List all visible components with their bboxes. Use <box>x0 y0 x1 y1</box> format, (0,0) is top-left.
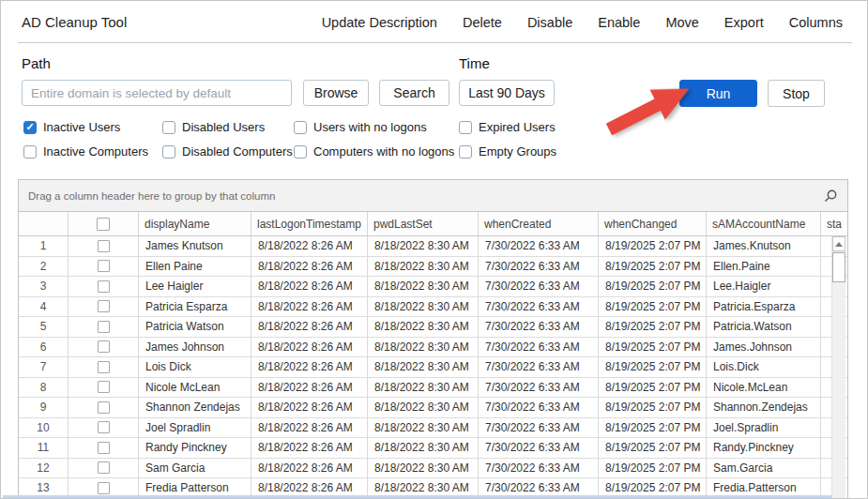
cell-samaccountname: Lois.Dick <box>707 357 821 378</box>
menu-item-disable[interactable]: Disable <box>527 15 572 30</box>
row-checkbox[interactable] <box>98 421 110 433</box>
time-range-select[interactable]: Last 90 Days <box>459 80 555 106</box>
filter-label: Disabled Computers <box>182 144 293 159</box>
browse-button-label: Browse <box>314 85 358 100</box>
table-row[interactable]: 6James Johnson8/18/2022 8:26 AM8/18/2022… <box>19 338 847 358</box>
filter-checkbox-disabled-computers[interactable]: Disabled Computers <box>162 144 294 159</box>
select-all-checkbox[interactable] <box>97 218 110 231</box>
grid-search-button[interactable] <box>819 185 842 207</box>
row-checkbox[interactable] <box>98 361 110 373</box>
menu-item-columns[interactable]: Columns <box>789 15 843 30</box>
row-checkbox[interactable] <box>98 381 110 393</box>
menu-item-update-description[interactable]: Update Description <box>322 15 437 30</box>
cell-whencreated: 7/30/2022 6:33 AM <box>479 317 599 338</box>
cell-whenchanged: 8/19/2025 2:07 PM <box>599 236 707 257</box>
row-checkbox[interactable] <box>98 280 110 293</box>
unchecked-checkbox-icon[interactable] <box>459 121 472 134</box>
run-button[interactable]: Run <box>679 80 757 107</box>
checked-checkbox-icon[interactable] <box>23 121 37 134</box>
table-row[interactable]: 9Shannon Zendejas8/18/2022 8:26 AM8/18/2… <box>19 398 847 418</box>
menu-item-delete[interactable]: Delete <box>463 15 502 30</box>
row-checkbox[interactable] <box>98 442 110 454</box>
cell-samaccountname: Patricia.Esparza <box>707 297 821 318</box>
column-header-lastlogontimestamp[interactable]: lastLogonTimestamp <box>251 212 368 235</box>
column-header-displayname[interactable]: displayName <box>139 212 251 235</box>
horizontal-scrollbar-sliver[interactable] <box>3 495 831 498</box>
scroll-up-button[interactable] <box>832 236 845 251</box>
cell-whenchanged: 8/19/2025 2:07 PM <box>599 438 707 459</box>
table-row[interactable]: 3Lee Haigler8/18/2022 8:26 AM8/18/2022 8… <box>19 277 847 297</box>
time-range-value: Last 90 Days <box>468 85 545 100</box>
top-menu: Update DescriptionDeleteDisableEnableMov… <box>322 15 843 30</box>
table-row[interactable]: 10Joel Spradlin8/18/2022 8:26 AM8/18/202… <box>19 418 847 439</box>
column-header-whenchanged[interactable]: whenChanged <box>599 212 707 235</box>
table-row[interactable]: 2Ellen Paine8/18/2022 8:26 AM8/18/2022 8… <box>19 257 847 278</box>
unchecked-checkbox-icon[interactable] <box>162 145 175 159</box>
table-row[interactable]: 5Patricia Watson8/18/2022 8:26 AM8/18/20… <box>19 317 847 338</box>
vertical-scrollbar[interactable] <box>831 236 845 499</box>
menu-item-enable[interactable]: Enable <box>598 15 640 30</box>
unchecked-checkbox-icon[interactable] <box>23 145 37 159</box>
cell-pwdlastset: 8/18/2022 8:30 AM <box>368 378 479 399</box>
cell-pwdlastset: 8/18/2022 8:30 AM <box>368 317 479 338</box>
row-checkbox[interactable] <box>98 401 110 414</box>
cell-whenchanged: 8/19/2025 2:07 PM <box>599 459 707 479</box>
results-grid: Drag a column header here to group by th… <box>18 179 848 499</box>
unchecked-checkbox-icon[interactable] <box>459 145 472 159</box>
cell-displayname: Lee Haigler <box>139 277 251 297</box>
row-checkbox[interactable] <box>98 482 110 494</box>
cell-whencreated: 7/30/2022 6:33 AM <box>479 277 599 297</box>
filter-checkbox-disabled-users[interactable]: Disabled Users <box>162 120 294 134</box>
row-checkbox[interactable] <box>98 260 110 272</box>
cell-whenchanged: 8/19/2025 2:07 PM <box>599 418 707 439</box>
filter-checkbox-users-with-no-logons[interactable]: Users with no logons <box>294 120 459 134</box>
filter-checkbox-expired-users[interactable]: Expired Users <box>459 120 624 134</box>
filter-row-users: Inactive UsersDisabled UsersUsers with n… <box>23 120 624 134</box>
menu-item-export[interactable]: Export <box>724 15 764 30</box>
column-header-whencreated[interactable]: whenCreated <box>479 212 599 235</box>
filter-checkbox-empty-groups[interactable]: Empty Groups <box>459 144 624 159</box>
table-row[interactable]: 8Nicole McLean8/18/2022 8:26 AM8/18/2022… <box>19 378 847 399</box>
group-by-panel[interactable]: Drag a column header here to group by th… <box>19 180 847 212</box>
unchecked-checkbox-icon[interactable] <box>162 121 175 134</box>
row-checkbox[interactable] <box>98 461 110 474</box>
column-header-pwdlastset[interactable]: pwdLastSet <box>368 212 479 235</box>
table-row[interactable]: 7Lois Dick8/18/2022 8:26 AM8/18/2022 8:3… <box>19 357 847 378</box>
table-row[interactable]: 11Randy Pinckney8/18/2022 8:26 AM8/18/20… <box>19 438 847 459</box>
row-checkbox[interactable] <box>98 300 110 312</box>
table-row[interactable]: 4Patricia Esparza8/18/2022 8:26 AM8/18/2… <box>19 297 847 318</box>
cell-displayname: James Knutson <box>139 236 251 257</box>
search-button-label: Search <box>393 85 434 100</box>
cell-lastlogontimestamp: 8/18/2022 8:26 AM <box>251 257 368 278</box>
menu-item-move[interactable]: Move <box>665 15 698 30</box>
cell-pwdlastset: 8/18/2022 8:30 AM <box>368 398 479 418</box>
row-checkbox-cell <box>69 338 139 358</box>
row-number: 11 <box>19 438 69 459</box>
browse-button[interactable]: Browse <box>303 80 369 106</box>
path-input[interactable] <box>22 80 292 106</box>
unchecked-checkbox-icon[interactable] <box>294 121 307 134</box>
filter-label: Inactive Computers <box>43 144 148 159</box>
column-header-samaccountname[interactable]: sAMAccountName <box>707 212 821 235</box>
column-header-sta[interactable]: sta <box>821 212 848 235</box>
table-row[interactable]: 1James Knutson8/18/2022 8:26 AM8/18/2022… <box>19 236 847 257</box>
cell-whencreated: 7/30/2022 6:33 AM <box>479 236 599 257</box>
row-number: 1 <box>19 236 69 257</box>
row-checkbox[interactable] <box>98 240 110 252</box>
cell-displayname: Patricia Esparza <box>139 297 251 318</box>
row-checkbox[interactable] <box>98 340 110 353</box>
cell-whenchanged: 8/19/2025 2:07 PM <box>599 297 707 318</box>
grid-header-row: displayNamelastLogonTimestamppwdLastSetw… <box>19 212 847 236</box>
filter-checkbox-inactive-computers[interactable]: Inactive Computers <box>23 144 162 159</box>
scrollbar-thumb[interactable] <box>832 252 845 282</box>
unchecked-checkbox-icon[interactable] <box>294 145 307 159</box>
cell-pwdlastset: 8/18/2022 8:30 AM <box>368 438 479 459</box>
filter-checkbox-computers-with-no-logons[interactable]: Computers with no logons <box>294 144 459 159</box>
stop-button[interactable]: Stop <box>768 80 825 107</box>
filter-checkbox-inactive-users[interactable]: Inactive Users <box>23 120 162 134</box>
row-checkbox[interactable] <box>98 321 110 333</box>
search-button[interactable]: Search <box>379 80 449 106</box>
cell-whenchanged: 8/19/2025 2:07 PM <box>599 317 707 338</box>
table-row[interactable]: 12Sam Garcia8/18/2022 8:26 AM8/18/2022 8… <box>19 459 847 479</box>
header-select-all[interactable] <box>69 212 139 235</box>
